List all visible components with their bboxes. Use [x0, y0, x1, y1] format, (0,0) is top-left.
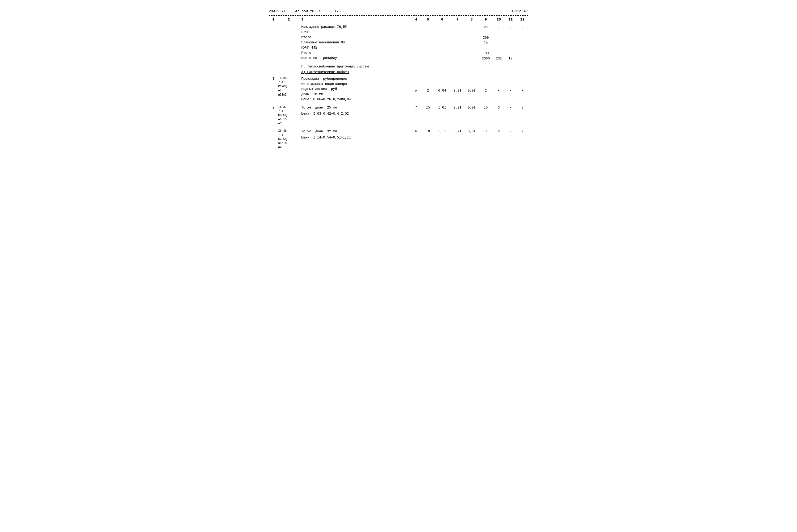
doc-code: 18451-07	[511, 10, 528, 14]
top-dashed-line	[269, 15, 528, 16]
summary-val-1-12: -	[516, 25, 528, 30]
price-line-2: Цена: I,03–0,42+0,4=I,0I	[301, 111, 410, 116]
summary-label-5: Всего по I разделу:	[299, 56, 410, 61]
subsection-title: а) Сантехнические работы	[269, 70, 528, 74]
entry-block-2: 2 I6-37 7-I ССРСЦ чIпI5 п3 То же, диам. …	[269, 105, 528, 126]
entry-col6-1: 0,84	[434, 76, 450, 93]
summary-row-4: Итого: I83	[269, 51, 528, 56]
summary-val-1-11: -	[505, 25, 516, 30]
summary-label-3b: НУЧП–44%	[299, 46, 410, 51]
entry-col6-3: I,II	[434, 129, 450, 133]
entry-num-3: 3	[269, 129, 278, 134]
summary-val-5-9: 2666	[479, 56, 493, 61]
album-title: Альбом УП.84	[295, 10, 321, 14]
summary-row-3b: НУЧП–44%	[269, 46, 528, 51]
entry-col8-2: 0,0I	[464, 105, 479, 110]
summary-val-2-9: I69	[479, 35, 493, 40]
entry-unit-2: "	[410, 105, 422, 110]
entry-desc-3: То же, диам. 32 мм Цена: I,I4–0,54+0,5I=…	[299, 129, 410, 140]
summary-val-3-11: -	[505, 41, 516, 45]
price-line-1: Цена: 0,86–0,26+0,24=0,84	[301, 97, 410, 102]
entry-col7-2: 0,2I	[450, 105, 464, 110]
entry-col12-2: 3	[516, 105, 528, 110]
summary-val-1-9: 24	[479, 25, 493, 30]
entry-col7-1: 0,2I	[450, 76, 464, 93]
col-header-8: 8	[464, 18, 479, 22]
summary-label-4: Итого:	[299, 51, 410, 56]
entry-num-2: 2	[269, 105, 278, 110]
summary-label-1b: НУЧП–	[299, 30, 410, 35]
col-header-5: 5	[422, 18, 434, 22]
entry-col10-3: 2	[493, 129, 505, 133]
entry-code-1: I6-35 7-I ССРСЦ чI пIЗпI	[278, 76, 299, 97]
entry-col11-3: -	[505, 129, 516, 133]
summary-val-1-10: -	[493, 25, 505, 30]
col-header-10: IO	[493, 18, 505, 22]
col-header-6: 6	[434, 18, 450, 22]
summary-val-3-12: -	[516, 41, 528, 45]
section-title: П. Теплоснабжение приточных систем	[269, 65, 528, 69]
summary-label-3: Плановые накопления 8%	[299, 41, 410, 45]
entry-col12-1: -	[516, 76, 528, 93]
entry-main-1: I I6-35 7-I ССРСЦ чI пIЗпI Прокладка тру…	[269, 76, 528, 102]
summary-val-5-11: I7	[505, 56, 516, 61]
col-header-4: 4	[410, 18, 422, 22]
entry-col11-2: -	[505, 105, 516, 110]
col-header-12: I2	[516, 18, 528, 22]
summary-label-1: Накладные расходы I6,5%	[299, 25, 410, 30]
entry-col5-2: I5	[422, 105, 434, 110]
summary-row-5: Всего по I разделу: 2666 262 I7	[269, 56, 528, 61]
entry-col5-3: IO	[422, 129, 434, 133]
col-header-9: 9	[479, 18, 493, 22]
subsection-title-text: а) Сантехнические работы	[299, 70, 528, 74]
summary-val-3-9: I4	[479, 41, 493, 45]
entry-col10-2: 3	[493, 105, 505, 110]
entry-main-2: 2 I6-37 7-I ССРСЦ чIпI5 п3 То же, диам. …	[269, 105, 528, 126]
summary-val-3-10: -	[493, 41, 505, 45]
summary-val-4-9: I83	[479, 51, 493, 56]
entry-col5-1: 2	[422, 76, 434, 93]
header-left: 294-2-7I Альбом УП.84 - I75 -	[269, 10, 345, 14]
entry-col12-3: 2	[516, 129, 528, 133]
entry-unit-1: м	[410, 76, 422, 93]
summary-row-1b: НУЧП–	[269, 30, 528, 35]
entry-col9-3: II	[479, 129, 493, 133]
price-line-3: Цена: I,I4–0,54+0,5I=I,II	[301, 135, 410, 140]
col-header-7: 7	[450, 18, 464, 22]
entry-unit-3: м	[410, 129, 422, 133]
entry-code-3: I6-38 7-I ССРСЦ чIпI6 п4	[278, 129, 299, 150]
col-header-2: 2	[278, 18, 299, 22]
entry-num-1: I	[269, 76, 278, 81]
col-header-3: 3	[299, 18, 410, 22]
entry-code-2: I6-37 7-I ССРСЦ чIпI5 п3	[278, 105, 299, 126]
entry-col8-3: 0,0I	[464, 129, 479, 133]
entry-block-3: 3 I6-38 7-I ССРСЦ чIпI6 п4 То же, диам. …	[269, 129, 528, 150]
entry-col7-3: 0,2I	[450, 129, 464, 133]
entry-col6-2: I,0I	[434, 105, 450, 110]
page-container: 294-2-7I Альбом УП.84 - I75 - 18451-07 I…	[269, 10, 528, 150]
entry-main-3: 3 I6-38 7-I ССРСЦ чIпI6 п4 То же, диам. …	[269, 129, 528, 150]
summary-row-2: Итого: I69	[269, 35, 528, 40]
entry-col8-1: 0,0I	[464, 76, 479, 93]
doc-number: 294-2-7I	[269, 10, 286, 14]
entry-col9-2: I5	[479, 105, 493, 110]
col-header-1: I	[269, 18, 278, 22]
entry-col11-1: -	[505, 76, 516, 93]
header-row: 294-2-7I Альбом УП.84 - I75 - 18451-07	[269, 10, 528, 14]
entry-col10-1: -	[493, 76, 505, 93]
section-title-text: П. Теплоснабжение приточных систем	[299, 65, 528, 69]
summary-label-2: Итого:	[299, 35, 410, 40]
summary-row-1: Накладные расходы I6,5% 24 - - -	[269, 25, 528, 30]
summary-val-5-10: 262	[493, 56, 505, 61]
column-headers: I 2 3 4 5 6 7 8 9 IO II I2	[269, 17, 528, 23]
summary-row-3: Плановые накопления 8% I4 - - -	[269, 41, 528, 45]
entry-block-1: I I6-35 7-I ССРСЦ чI пIЗпI Прокладка тру…	[269, 76, 528, 102]
page-number: - I75 -	[330, 10, 345, 14]
entry-desc-2: То же, диам. 25 мм Цена: I,03–0,42+0,4=I…	[299, 105, 410, 116]
entry-col9-1: 2	[479, 76, 493, 93]
col-header-11: II	[505, 18, 516, 22]
bottom-dashed-line	[269, 23, 528, 23]
entry-desc-1: Прокладка трубопроводов из стальных водо…	[299, 76, 410, 102]
